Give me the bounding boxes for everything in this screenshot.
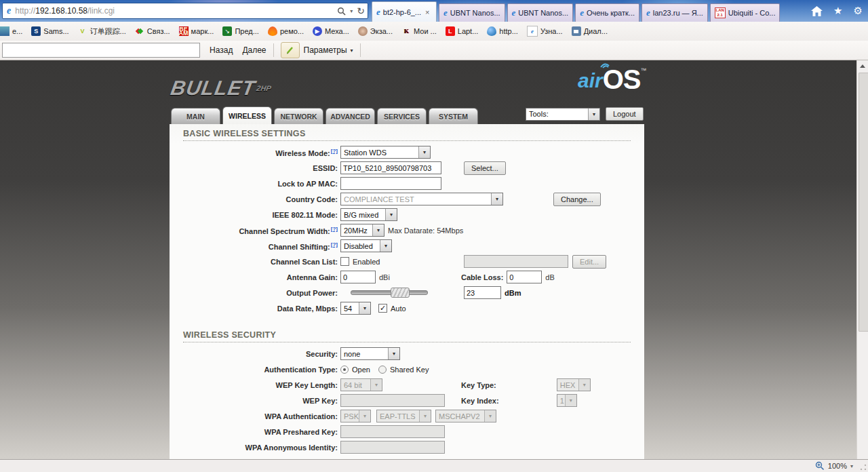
favorite-item[interactable]: SSams... bbox=[31, 26, 68, 36]
form-row-spectrum-width: Channel Spectrum Width:[?] 20MHz▾Max Dat… bbox=[170, 222, 644, 238]
help-link[interactable]: [?] bbox=[331, 226, 338, 232]
slider-handle[interactable] bbox=[391, 288, 410, 298]
help-link[interactable]: [?] bbox=[331, 148, 338, 154]
auth-open-radio[interactable] bbox=[340, 366, 349, 374]
resize-grip[interactable] bbox=[860, 464, 867, 471]
tab-services[interactable]: SERVICES bbox=[377, 108, 427, 124]
favorite-item[interactable]: ▶Меха... bbox=[313, 26, 349, 36]
favorite-item[interactable]: eУзна... bbox=[527, 26, 563, 37]
tab-advanced[interactable]: ADVANCED bbox=[326, 108, 375, 124]
channel-scan-checkbox[interactable] bbox=[340, 257, 349, 266]
favorite-item[interactable]: е... bbox=[0, 26, 22, 36]
cable-loss-unit: dB bbox=[545, 273, 554, 281]
tab-ochen[interactable]: e Очень кратк... bbox=[575, 3, 639, 22]
output-power-slider[interactable] bbox=[351, 290, 428, 295]
gear-icon[interactable]: ⚙ bbox=[854, 5, 863, 17]
wpa-anonymous-input bbox=[340, 441, 445, 454]
home-icon[interactable] bbox=[811, 6, 823, 16]
favorites-star-icon[interactable]: ★ bbox=[833, 5, 842, 17]
address-dropdown-icon[interactable]: ▾ bbox=[350, 8, 353, 14]
form-row-ieee-mode: IEEE 802.11 Mode: B/G mixed▾ bbox=[170, 207, 644, 222]
tab-network[interactable]: NETWORK bbox=[274, 108, 323, 124]
country-change-button[interactable]: Change... bbox=[553, 193, 601, 206]
ieee-mode-select[interactable]: B/G mixed▾ bbox=[340, 208, 397, 221]
wep-key-input bbox=[340, 394, 445, 407]
spectrum-width-select[interactable]: 20MHz▾ bbox=[340, 224, 384, 237]
output-power-input[interactable] bbox=[464, 286, 501, 299]
close-icon[interactable]: × bbox=[425, 8, 429, 16]
label-text: Authentication Type: bbox=[264, 366, 338, 374]
cable-loss-input[interactable] bbox=[507, 271, 542, 283]
favorite-label: Узна... bbox=[540, 27, 563, 35]
label-text: WEP Key Length: bbox=[276, 381, 338, 389]
params-menu[interactable]: Параметры bbox=[304, 45, 347, 55]
address-bar[interactable]: e http://192.168.10.58/link.cgi ▾ ↻ bbox=[2, 3, 368, 19]
favorite-item[interactable]: LLapt... bbox=[446, 26, 479, 36]
favorite-item[interactable]: ремо... bbox=[268, 26, 304, 36]
select-value: 64 bit bbox=[341, 379, 370, 391]
label-text: Channel Shifting: bbox=[269, 242, 330, 250]
tab-system[interactable]: SYSTEM bbox=[429, 108, 478, 124]
forward-button[interactable]: Далее bbox=[242, 45, 266, 55]
favicon-drop-icon bbox=[487, 26, 496, 36]
params-caret-icon[interactable]: ▾ bbox=[351, 47, 353, 54]
favorite-item[interactable]: Связ... bbox=[135, 26, 170, 36]
essid-select-button[interactable]: Select... bbox=[464, 161, 506, 175]
logout-button[interactable]: Logout bbox=[606, 107, 644, 121]
favorite-item[interactable]: ↘Пред... bbox=[222, 26, 259, 36]
auto-checkbox[interactable]: ✓ bbox=[378, 304, 387, 313]
pen-tool-button[interactable] bbox=[281, 42, 300, 58]
tab-ubnt-1[interactable]: e UBNT Nanos... bbox=[439, 3, 505, 22]
tab-ubnt-2[interactable]: e UBNT Nanos... bbox=[507, 3, 574, 22]
channel-shifting-select[interactable]: Disabled▾ bbox=[340, 239, 392, 252]
auth-shared-radio[interactable] bbox=[378, 366, 387, 374]
tools-select[interactable]: Tools:▾ bbox=[526, 108, 600, 121]
radio-label: Open bbox=[352, 366, 370, 374]
tab-ubiquiti[interactable]: LAN2.1 Ubiquiti - Co... bbox=[710, 3, 781, 22]
tab-wireless[interactable]: WIRELESS bbox=[222, 106, 272, 124]
lock-ap-mac-input[interactable] bbox=[340, 177, 441, 190]
ie-icon: e bbox=[512, 7, 516, 18]
select-value: 20MHz bbox=[341, 224, 372, 236]
favorite-item[interactable]: Экза... bbox=[358, 26, 393, 36]
select-value: HEX bbox=[557, 379, 578, 391]
zoom-level[interactable]: 100% bbox=[828, 462, 847, 470]
form-row-wpa-preshared: WPA Preshared Key: bbox=[170, 424, 644, 439]
command-search-input[interactable] bbox=[2, 43, 200, 58]
browser-action-icons: ★ ⚙ bbox=[811, 0, 863, 22]
form-row-channel-shifting: Channel Shifting:[?] Disabled▾ bbox=[170, 238, 644, 254]
favorite-item[interactable]: BEAMмарк... bbox=[179, 26, 214, 36]
back-button[interactable]: Назад bbox=[210, 45, 233, 55]
ie-icon: e bbox=[376, 7, 380, 18]
favorite-item[interactable]: http... bbox=[487, 26, 518, 36]
scrollbar-thumb[interactable] bbox=[859, 73, 868, 332]
chevron-down-icon: ▾ bbox=[388, 348, 399, 359]
data-rate-select[interactable]: 54▾ bbox=[340, 302, 371, 315]
url-text[interactable]: http://192.168.10.58/link.cgi bbox=[15, 6, 337, 16]
security-select[interactable]: none▾ bbox=[340, 347, 400, 360]
antenna-gain-unit: dBi bbox=[379, 273, 390, 281]
essid-input[interactable] bbox=[340, 161, 441, 174]
favorite-item[interactable]: KМои ... bbox=[401, 26, 437, 36]
antenna-gain-input[interactable] bbox=[340, 271, 376, 283]
zoom-caret-icon[interactable]: ▾ bbox=[850, 463, 853, 469]
label-text: Antenna Gain: bbox=[287, 273, 338, 281]
favorite-item[interactable]: Диал... bbox=[572, 26, 608, 36]
help-link[interactable]: [?] bbox=[331, 241, 338, 248]
tab-bt2-hp[interactable]: e bt2-hp-6_... × bbox=[372, 1, 437, 22]
scroll-up-arrow[interactable] bbox=[857, 60, 868, 72]
wireless-mode-select[interactable]: Station WDS▾ bbox=[340, 146, 431, 159]
vertical-scrollbar[interactable] bbox=[856, 60, 868, 459]
select-value: 54 bbox=[341, 302, 359, 314]
form-row-channel-scan: Channel Scan List: Enabled Edit... bbox=[170, 254, 644, 269]
tab-main[interactable]: MAIN bbox=[171, 108, 220, 124]
favorite-label: 订单跟踪... bbox=[90, 26, 126, 37]
zoom-icon[interactable] bbox=[815, 461, 825, 471]
refresh-icon[interactable]: ↻ bbox=[357, 5, 365, 16]
chevron-down-icon: ▾ bbox=[419, 410, 431, 422]
output-power-unit: dBm bbox=[505, 289, 521, 297]
favorite-item[interactable]: V订单跟踪... bbox=[78, 26, 126, 37]
tab-lan23[interactable]: e lan23.ru — Я... bbox=[642, 3, 708, 22]
field-label: ESSID: bbox=[170, 164, 338, 172]
search-icon[interactable] bbox=[337, 7, 346, 16]
